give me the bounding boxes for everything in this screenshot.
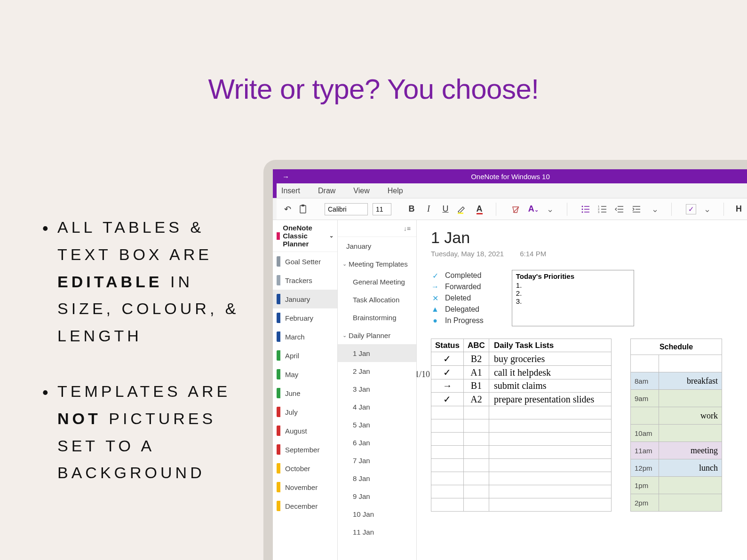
page-item[interactable]: 9 Jan [338, 487, 416, 505]
schedule-table[interactable]: Schedule 8ambreakfast9amwork10am11ammeet… [630, 339, 722, 512]
schedule-row[interactable]: 1pm [630, 477, 722, 494]
page-item[interactable]: January [338, 237, 416, 255]
section-march[interactable]: March [273, 327, 337, 346]
page-item[interactable]: 8 Jan [338, 469, 416, 487]
section-june[interactable]: June [273, 384, 337, 402]
page-item[interactable]: 2 Jan [338, 362, 416, 380]
section-december[interactable]: December [273, 497, 337, 515]
section-may[interactable]: May [273, 365, 337, 384]
section-november[interactable]: November [273, 478, 337, 497]
bold-button[interactable]: B [405, 204, 418, 214]
schedule-event[interactable]: lunch [659, 459, 722, 477]
section-goal-setter[interactable]: Goal Setter [273, 252, 337, 271]
tab-view[interactable]: View [353, 187, 369, 195]
section-july[interactable]: July [273, 402, 337, 421]
highlight-icon[interactable] [456, 204, 469, 214]
schedule-event[interactable] [659, 390, 722, 407]
tab-insert[interactable]: Insert [281, 187, 300, 195]
forward-arrow-icon[interactable]: → [282, 173, 289, 181]
cell-desc[interactable]: prepare presentation slides [489, 393, 611, 406]
styles-icon[interactable]: A⌄ [527, 204, 540, 214]
schedule-event[interactable] [659, 477, 722, 494]
priority-line[interactable]: 1. [516, 281, 630, 289]
priority-line[interactable]: 3. [516, 297, 630, 305]
section-february[interactable]: February [273, 308, 337, 327]
page-item[interactable]: 5 Jan [338, 416, 416, 434]
page-title[interactable]: 1 Jan [431, 229, 747, 247]
table-row[interactable]: ✓A1call it helpdesk [431, 366, 612, 379]
cell-abc[interactable]: B1 [463, 379, 489, 393]
schedule-event[interactable] [659, 494, 722, 512]
table-row[interactable]: ✓A2prepare presentation slides [431, 393, 612, 406]
sort-icon[interactable]: ↓≡ [404, 225, 411, 232]
dropdown-chevron-icon[interactable]: ⌄ [701, 204, 713, 214]
schedule-row[interactable]: 10am [630, 425, 722, 442]
page-item[interactable]: 6 Jan [338, 434, 416, 451]
page-item[interactable]: Brainstorming [338, 308, 416, 326]
table-row[interactable] [431, 485, 612, 498]
cell-abc[interactable]: A1 [463, 366, 489, 379]
schedule-event[interactable]: work [659, 407, 722, 425]
underline-button[interactable]: U [439, 204, 452, 214]
notebook-selector[interactable]: OneNote Classic Planner ⌄ [273, 220, 337, 252]
dropdown-chevron-icon[interactable]: ⌄ [544, 204, 556, 214]
number-list-icon[interactable]: 123 [598, 205, 610, 214]
section-august[interactable]: August [273, 421, 337, 440]
page-item[interactable]: 7 Jan [338, 451, 416, 469]
table-row[interactable] [431, 446, 612, 459]
table-row[interactable] [431, 459, 612, 472]
font-name-input[interactable] [325, 203, 368, 215]
cell-abc[interactable]: A2 [463, 393, 489, 406]
schedule-row[interactable]: 12pmlunch [630, 459, 722, 477]
schedule-row[interactable]: work [630, 407, 722, 425]
task-table[interactable]: Status ABC Daily Task Lists ✓B2buy groce… [431, 339, 612, 512]
cell-desc[interactable]: call it helpdesk [489, 366, 611, 379]
schedule-event[interactable] [659, 355, 722, 372]
table-row[interactable]: ✓B2buy groceries [431, 352, 612, 366]
cell-desc[interactable]: submit claims [489, 379, 611, 393]
undo-icon[interactable]: ↶ [281, 204, 294, 214]
table-row[interactable]: →B1submit claims [431, 379, 612, 393]
priority-line[interactable]: 2. [516, 289, 630, 297]
font-color-icon[interactable]: A [473, 204, 485, 214]
heading-button[interactable]: H [734, 204, 743, 214]
cell-desc[interactable]: buy groceries [489, 352, 611, 366]
priorities-box[interactable]: Today's Priorities 1. 2. 3. [512, 270, 634, 326]
cell-status[interactable]: ✓ [431, 366, 464, 379]
schedule-row[interactable]: 2pm [630, 494, 722, 512]
schedule-row[interactable]: 8ambreakfast [630, 372, 722, 390]
schedule-row[interactable]: 9am [630, 390, 722, 407]
page-item[interactable]: 11 Jan [338, 523, 416, 541]
cell-abc[interactable]: B2 [463, 352, 489, 366]
schedule-event[interactable]: meeting [659, 442, 722, 459]
bullet-list-icon[interactable] [581, 205, 593, 214]
schedule-event[interactable]: breakfast [659, 372, 722, 390]
schedule-row[interactable]: 11ammeeting [630, 442, 722, 459]
page-item[interactable]: Task Allocation [338, 291, 416, 308]
todo-tag-icon[interactable]: ✓ [686, 204, 696, 214]
schedule-event[interactable] [659, 425, 722, 442]
page-item[interactable]: 10 Jan [338, 505, 416, 523]
font-size-input[interactable] [373, 203, 391, 215]
page-item[interactable]: 3 Jan [338, 380, 416, 398]
indent-icon[interactable] [632, 205, 644, 214]
page-item[interactable]: General Meeting [338, 273, 416, 291]
page-item[interactable]: 1 Jan [338, 344, 416, 362]
clear-format-icon[interactable] [510, 204, 523, 214]
schedule-row[interactable] [630, 355, 722, 372]
outdent-icon[interactable] [615, 205, 627, 214]
tab-draw[interactable]: Draw [318, 187, 335, 195]
tab-help[interactable]: Help [388, 187, 403, 195]
cell-status[interactable]: ✓ [431, 352, 464, 366]
section-september[interactable]: September [273, 440, 337, 459]
clipboard-icon[interactable] [298, 204, 310, 214]
page-item[interactable]: 4 Jan [338, 398, 416, 416]
dropdown-chevron-icon[interactable]: ⌄ [649, 204, 661, 214]
section-trackers[interactable]: Trackers [273, 271, 337, 290]
cell-status[interactable]: → [431, 379, 464, 393]
table-row[interactable] [431, 406, 612, 419]
cell-status[interactable]: ✓ [431, 393, 464, 406]
table-row[interactable] [431, 472, 612, 485]
table-row[interactable] [431, 498, 612, 512]
section-october[interactable]: October [273, 459, 337, 478]
